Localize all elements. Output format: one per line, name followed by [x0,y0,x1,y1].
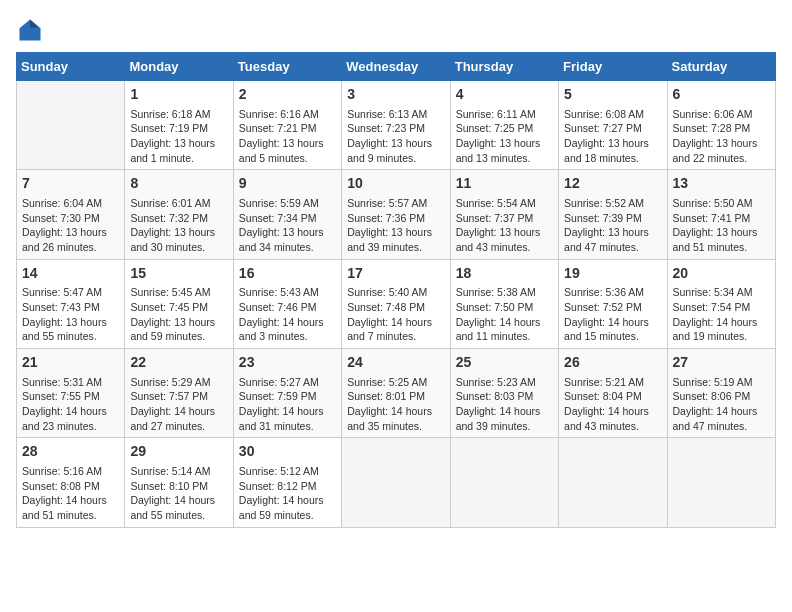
day-info: Sunrise: 5:27 AMSunset: 7:59 PMDaylight:… [239,375,336,434]
calendar-cell: 5Sunrise: 6:08 AMSunset: 7:27 PMDaylight… [559,81,667,170]
day-info: Sunrise: 5:19 AMSunset: 8:06 PMDaylight:… [673,375,770,434]
day-number: 15 [130,264,227,284]
weekday-header-row: SundayMondayTuesdayWednesdayThursdayFrid… [17,53,776,81]
day-number: 10 [347,174,444,194]
day-number: 27 [673,353,770,373]
weekday-header-monday: Monday [125,53,233,81]
day-info: Sunrise: 5:43 AMSunset: 7:46 PMDaylight:… [239,285,336,344]
calendar-cell: 17Sunrise: 5:40 AMSunset: 7:48 PMDayligh… [342,259,450,348]
day-number: 28 [22,442,119,462]
calendar-cell: 11Sunrise: 5:54 AMSunset: 7:37 PMDayligh… [450,170,558,259]
calendar-cell [17,81,125,170]
day-info: Sunrise: 5:16 AMSunset: 8:08 PMDaylight:… [22,464,119,523]
day-number: 5 [564,85,661,105]
weekday-header-friday: Friday [559,53,667,81]
calendar-cell: 20Sunrise: 5:34 AMSunset: 7:54 PMDayligh… [667,259,775,348]
day-number: 2 [239,85,336,105]
week-row-5: 28Sunrise: 5:16 AMSunset: 8:08 PMDayligh… [17,438,776,527]
calendar-cell: 21Sunrise: 5:31 AMSunset: 7:55 PMDayligh… [17,349,125,438]
day-number: 25 [456,353,553,373]
calendar-cell: 23Sunrise: 5:27 AMSunset: 7:59 PMDayligh… [233,349,341,438]
weekday-header-thursday: Thursday [450,53,558,81]
calendar-cell: 7Sunrise: 6:04 AMSunset: 7:30 PMDaylight… [17,170,125,259]
calendar-cell: 18Sunrise: 5:38 AMSunset: 7:50 PMDayligh… [450,259,558,348]
day-info: Sunrise: 6:01 AMSunset: 7:32 PMDaylight:… [130,196,227,255]
calendar-cell: 15Sunrise: 5:45 AMSunset: 7:45 PMDayligh… [125,259,233,348]
day-info: Sunrise: 6:18 AMSunset: 7:19 PMDaylight:… [130,107,227,166]
calendar-cell: 8Sunrise: 6:01 AMSunset: 7:32 PMDaylight… [125,170,233,259]
day-info: Sunrise: 6:11 AMSunset: 7:25 PMDaylight:… [456,107,553,166]
day-number: 14 [22,264,119,284]
calendar-cell [342,438,450,527]
day-number: 3 [347,85,444,105]
day-number: 29 [130,442,227,462]
day-info: Sunrise: 5:50 AMSunset: 7:41 PMDaylight:… [673,196,770,255]
day-info: Sunrise: 5:59 AMSunset: 7:34 PMDaylight:… [239,196,336,255]
day-info: Sunrise: 5:36 AMSunset: 7:52 PMDaylight:… [564,285,661,344]
calendar-cell: 26Sunrise: 5:21 AMSunset: 8:04 PMDayligh… [559,349,667,438]
day-number: 16 [239,264,336,284]
calendar-cell: 29Sunrise: 5:14 AMSunset: 8:10 PMDayligh… [125,438,233,527]
calendar-cell: 27Sunrise: 5:19 AMSunset: 8:06 PMDayligh… [667,349,775,438]
day-info: Sunrise: 5:47 AMSunset: 7:43 PMDaylight:… [22,285,119,344]
day-number: 18 [456,264,553,284]
day-info: Sunrise: 5:31 AMSunset: 7:55 PMDaylight:… [22,375,119,434]
calendar-cell: 30Sunrise: 5:12 AMSunset: 8:12 PMDayligh… [233,438,341,527]
calendar-cell: 3Sunrise: 6:13 AMSunset: 7:23 PMDaylight… [342,81,450,170]
calendar-cell: 13Sunrise: 5:50 AMSunset: 7:41 PMDayligh… [667,170,775,259]
calendar-cell [667,438,775,527]
day-info: Sunrise: 5:23 AMSunset: 8:03 PMDaylight:… [456,375,553,434]
svg-rect-2 [23,30,37,39]
day-number: 4 [456,85,553,105]
calendar-cell: 6Sunrise: 6:06 AMSunset: 7:28 PMDaylight… [667,81,775,170]
calendar-cell: 4Sunrise: 6:11 AMSunset: 7:25 PMDaylight… [450,81,558,170]
day-info: Sunrise: 5:52 AMSunset: 7:39 PMDaylight:… [564,196,661,255]
calendar-cell: 28Sunrise: 5:16 AMSunset: 8:08 PMDayligh… [17,438,125,527]
day-info: Sunrise: 6:16 AMSunset: 7:21 PMDaylight:… [239,107,336,166]
day-info: Sunrise: 6:13 AMSunset: 7:23 PMDaylight:… [347,107,444,166]
day-number: 7 [22,174,119,194]
day-info: Sunrise: 5:12 AMSunset: 8:12 PMDaylight:… [239,464,336,523]
day-info: Sunrise: 5:14 AMSunset: 8:10 PMDaylight:… [130,464,227,523]
day-info: Sunrise: 5:40 AMSunset: 7:48 PMDaylight:… [347,285,444,344]
day-number: 1 [130,85,227,105]
page-header [16,16,776,44]
logo [16,16,48,44]
day-number: 26 [564,353,661,373]
day-info: Sunrise: 6:06 AMSunset: 7:28 PMDaylight:… [673,107,770,166]
calendar-cell: 16Sunrise: 5:43 AMSunset: 7:46 PMDayligh… [233,259,341,348]
calendar-cell: 2Sunrise: 6:16 AMSunset: 7:21 PMDaylight… [233,81,341,170]
calendar-cell: 12Sunrise: 5:52 AMSunset: 7:39 PMDayligh… [559,170,667,259]
day-info: Sunrise: 5:54 AMSunset: 7:37 PMDaylight:… [456,196,553,255]
calendar-cell: 1Sunrise: 6:18 AMSunset: 7:19 PMDaylight… [125,81,233,170]
day-info: Sunrise: 5:29 AMSunset: 7:57 PMDaylight:… [130,375,227,434]
day-number: 17 [347,264,444,284]
day-number: 9 [239,174,336,194]
day-number: 22 [130,353,227,373]
calendar-table: SundayMondayTuesdayWednesdayThursdayFrid… [16,52,776,528]
day-number: 12 [564,174,661,194]
week-row-1: 1Sunrise: 6:18 AMSunset: 7:19 PMDaylight… [17,81,776,170]
calendar-cell: 25Sunrise: 5:23 AMSunset: 8:03 PMDayligh… [450,349,558,438]
day-info: Sunrise: 6:04 AMSunset: 7:30 PMDaylight:… [22,196,119,255]
calendar-cell: 14Sunrise: 5:47 AMSunset: 7:43 PMDayligh… [17,259,125,348]
week-row-3: 14Sunrise: 5:47 AMSunset: 7:43 PMDayligh… [17,259,776,348]
week-row-4: 21Sunrise: 5:31 AMSunset: 7:55 PMDayligh… [17,349,776,438]
calendar-cell: 24Sunrise: 5:25 AMSunset: 8:01 PMDayligh… [342,349,450,438]
logo-icon [16,16,44,44]
day-number: 13 [673,174,770,194]
weekday-header-sunday: Sunday [17,53,125,81]
calendar-cell: 19Sunrise: 5:36 AMSunset: 7:52 PMDayligh… [559,259,667,348]
calendar-cell: 9Sunrise: 5:59 AMSunset: 7:34 PMDaylight… [233,170,341,259]
day-number: 21 [22,353,119,373]
day-info: Sunrise: 5:57 AMSunset: 7:36 PMDaylight:… [347,196,444,255]
day-info: Sunrise: 5:34 AMSunset: 7:54 PMDaylight:… [673,285,770,344]
weekday-header-saturday: Saturday [667,53,775,81]
calendar-cell: 22Sunrise: 5:29 AMSunset: 7:57 PMDayligh… [125,349,233,438]
calendar-cell [559,438,667,527]
day-number: 24 [347,353,444,373]
day-info: Sunrise: 5:45 AMSunset: 7:45 PMDaylight:… [130,285,227,344]
day-number: 8 [130,174,227,194]
day-info: Sunrise: 5:25 AMSunset: 8:01 PMDaylight:… [347,375,444,434]
day-number: 11 [456,174,553,194]
